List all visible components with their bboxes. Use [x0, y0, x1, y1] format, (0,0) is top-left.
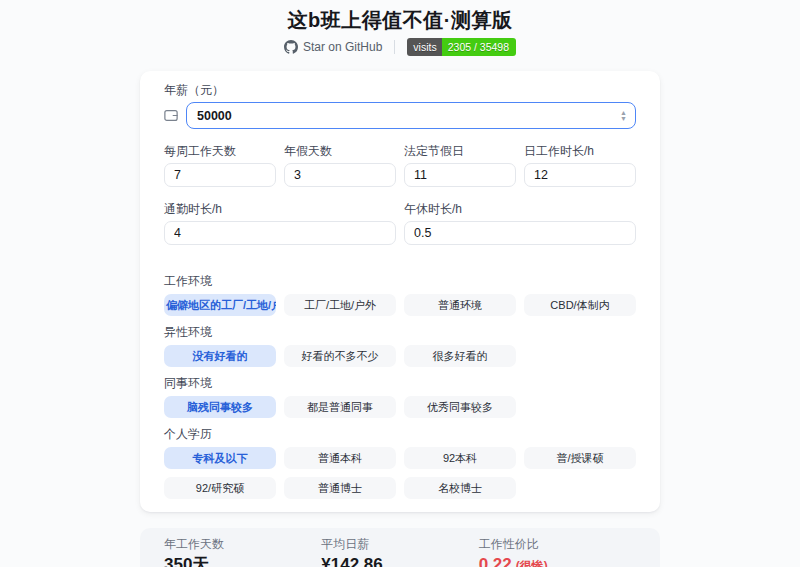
option-normal-environment[interactable]: 普通环境: [404, 294, 516, 316]
result-label: 工作性价比: [479, 537, 636, 552]
visits-badge-value: 2305 / 35498: [442, 38, 516, 56]
page: 这b班上得值不值·测算版 Star on GitHub visits 2305 …: [0, 0, 800, 567]
number-fields-row-2: 通勤时长/h 午休时长/h: [164, 202, 636, 245]
result-work-value-ratio: 工作性价比 0.22(很惨): [479, 537, 636, 567]
ratio-number: 0.22: [479, 555, 512, 567]
option-mostly-dumb-colleagues[interactable]: 脑残同事较多: [164, 396, 276, 418]
option-group: 没有好看的 好看的不多不少 很多好看的: [164, 345, 636, 367]
option-985-211-research-master[interactable]: 92/研究硕: [164, 477, 276, 499]
option-ordinary-taught-master[interactable]: 普/授课硕: [524, 447, 636, 469]
option-985-211-bachelor[interactable]: 92本科: [404, 447, 516, 469]
option-some-good-looking[interactable]: 好看的不多不少: [284, 345, 396, 367]
field-work-days-per-week: 每周工作天数: [164, 144, 276, 187]
section-colleague-environment: 同事环境 脑残同事较多 都是普通同事 优秀同事较多: [164, 376, 636, 418]
field-label: 午休时长/h: [404, 202, 636, 216]
field-label: 日工作时长/h: [524, 144, 636, 158]
option-ordinary-bachelor[interactable]: 普通本科: [284, 447, 396, 469]
visits-badge: visits 2305 / 35498: [407, 38, 516, 56]
option-group: 偏僻地区的工厂/工地/户外 工厂/工地/户外 普通环境 CBD/体制内: [164, 294, 636, 316]
result-label: 平均日薪: [321, 537, 478, 552]
option-cbd-institution[interactable]: CBD/体制内: [524, 294, 636, 316]
option-excellent-colleagues[interactable]: 优秀同事较多: [404, 396, 516, 418]
result-value: ¥142.86: [321, 554, 478, 567]
section-label: 异性环境: [164, 325, 636, 339]
field-label: 通勤时长/h: [164, 202, 396, 216]
field-label: 法定节假日: [404, 144, 516, 158]
section-work-environment: 工作环境 偏僻地区的工厂/工地/户外 工厂/工地/户外 普通环境 CBD/体制内: [164, 274, 636, 316]
result-label: 年工作天数: [164, 537, 321, 552]
header-divider: [394, 40, 395, 54]
field-commute-hours: 通勤时长/h: [164, 202, 396, 245]
lunch-break-hours-input[interactable]: [404, 221, 636, 245]
form-card: 年薪（元） ▲ ▼ 每周工作天数 年假天数: [140, 71, 660, 512]
option-remote-factory-outdoor[interactable]: 偏僻地区的工厂/工地/户外: [164, 294, 276, 316]
option-many-good-looking[interactable]: 很多好看的: [404, 345, 516, 367]
salary-stepper[interactable]: ▲ ▼: [620, 110, 627, 122]
option-group: 脑残同事较多 都是普通同事 优秀同事较多: [164, 396, 636, 418]
page-title: 这b班上得值不值·测算版: [0, 7, 800, 33]
field-label: 每周工作天数: [164, 144, 276, 158]
salary-field: 年薪（元） ▲ ▼: [164, 83, 636, 129]
result-average-daily-salary: 平均日薪 ¥142.86: [321, 537, 478, 567]
daily-work-hours-input[interactable]: [524, 163, 636, 187]
field-public-holidays: 法定节假日: [404, 144, 516, 187]
annual-leave-days-input[interactable]: [284, 163, 396, 187]
choice-sections: 工作环境 偏僻地区的工厂/工地/户外 工厂/工地/户外 普通环境 CBD/体制内…: [164, 274, 636, 499]
result-value: 350天: [164, 554, 321, 567]
result-working-days: 年工作天数 350天: [164, 537, 321, 567]
field-lunch-break-hours: 午休时长/h: [404, 202, 636, 245]
github-star-label: Star on GitHub: [303, 40, 382, 54]
header-row: Star on GitHub visits 2305 / 35498: [0, 38, 800, 56]
option-college-or-below[interactable]: 专科及以下: [164, 447, 276, 469]
section-label: 个人学历: [164, 427, 636, 441]
section-label: 同事环境: [164, 376, 636, 390]
option-group: 专科及以下 普通本科 92本科 普/授课硕 92/研究硕 普通博士 名校博士: [164, 447, 636, 499]
option-factory-outdoor[interactable]: 工厂/工地/户外: [284, 294, 396, 316]
field-label: 年假天数: [284, 144, 396, 158]
field-annual-leave-days: 年假天数: [284, 144, 396, 187]
commute-hours-input[interactable]: [164, 221, 396, 245]
section-label: 工作环境: [164, 274, 636, 288]
stepper-down-icon[interactable]: ▼: [620, 116, 627, 122]
option-ordinary-phd[interactable]: 普通博士: [284, 477, 396, 499]
section-opposite-sex-environment: 异性环境 没有好看的 好看的不多不少 很多好看的: [164, 325, 636, 367]
ratio-comment: (很惨): [516, 559, 548, 567]
work-days-per-week-input[interactable]: [164, 163, 276, 187]
option-elite-phd[interactable]: 名校博士: [404, 477, 516, 499]
visits-badge-label: visits: [407, 38, 441, 56]
github-star-link[interactable]: Star on GitHub: [284, 40, 382, 54]
results-bar: 年工作天数 350天 平均日薪 ¥142.86 工作性价比 0.22(很惨): [140, 528, 660, 567]
salary-label: 年薪（元）: [164, 83, 636, 97]
field-daily-work-hours: 日工作时长/h: [524, 144, 636, 187]
result-value: 0.22(很惨): [479, 554, 636, 567]
wallet-icon: [164, 109, 186, 122]
option-normal-colleagues[interactable]: 都是普通同事: [284, 396, 396, 418]
section-education: 个人学历 专科及以下 普通本科 92本科 普/授课硕 92/研究硕 普通博士 名…: [164, 427, 636, 499]
number-fields-row-1: 每周工作天数 年假天数 法定节假日 日工作时长/h: [164, 144, 636, 187]
github-icon: [284, 40, 298, 54]
option-no-good-looking[interactable]: 没有好看的: [164, 345, 276, 367]
public-holidays-input[interactable]: [404, 163, 516, 187]
salary-input[interactable]: [186, 102, 636, 129]
